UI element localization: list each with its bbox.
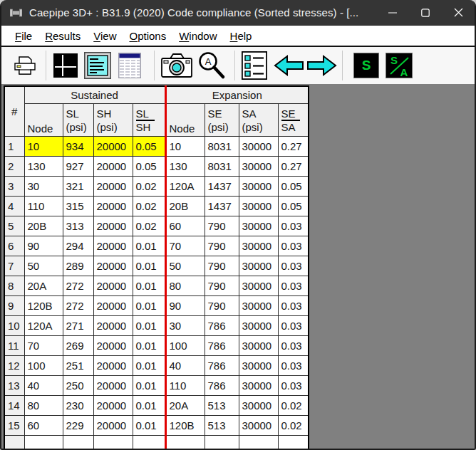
cell[interactable]: 50 (24, 256, 63, 276)
cell[interactable]: 0.05 (278, 196, 309, 216)
cell[interactable]: 30000 (239, 256, 278, 276)
cell[interactable]: 80 (24, 395, 63, 415)
cell[interactable]: 30000 (239, 196, 278, 216)
cell[interactable]: 20000 (93, 256, 133, 276)
snapshot-button[interactable] (160, 52, 193, 79)
cell[interactable]: 120B (24, 295, 63, 315)
cell[interactable]: 30000 (239, 276, 278, 295)
menu-view[interactable]: View (87, 28, 123, 44)
cell[interactable]: 0.02 (278, 415, 309, 435)
cell[interactable]: 30000 (239, 355, 278, 375)
cell[interactable]: 313 (63, 216, 93, 236)
cell[interactable]: 0.27 (278, 136, 309, 156)
cell[interactable]: 20000 (93, 196, 133, 216)
cell[interactable]: 790 (205, 256, 239, 276)
cell[interactable]: 30000 (239, 176, 278, 196)
cell[interactable]: 1437 (205, 176, 239, 196)
cell[interactable]: 0.05 (133, 136, 165, 156)
cell[interactable]: 30000 (239, 395, 278, 415)
cell[interactable]: 80 (165, 276, 205, 295)
cell[interactable]: 229 (63, 415, 93, 435)
cell[interactable]: 120B (165, 415, 205, 435)
cell[interactable]: 0.03 (278, 355, 309, 375)
cell[interactable]: 20000 (93, 156, 133, 176)
show-stress-ratio-button[interactable]: S A (386, 53, 413, 78)
cell[interactable]: 20000 (93, 375, 133, 395)
cell[interactable]: 8031 (205, 136, 239, 156)
cell[interactable]: 10 (24, 136, 63, 156)
cell[interactable]: 40 (24, 375, 63, 395)
cell[interactable]: 100 (24, 355, 63, 375)
cell[interactable]: 289 (63, 256, 93, 276)
cell[interactable]: 30000 (239, 156, 278, 176)
cell[interactable]: 20A (165, 395, 205, 415)
cell[interactable]: 90 (165, 295, 205, 315)
cell[interactable]: 294 (63, 236, 93, 256)
cell[interactable]: 0.03 (278, 295, 309, 315)
cell[interactable]: 0.02 (133, 176, 165, 196)
cell[interactable]: 272 (63, 295, 93, 315)
cell[interactable]: 272 (63, 276, 93, 295)
cell[interactable]: 130 (24, 156, 63, 176)
cell[interactable]: 90 (24, 236, 63, 256)
cell[interactable]: 0.02 (133, 216, 165, 236)
menu-file[interactable]: File (9, 28, 38, 44)
cell[interactable]: 0.01 (133, 375, 165, 395)
cell[interactable]: 30000 (239, 295, 278, 315)
cell[interactable]: 30000 (239, 335, 278, 355)
cell[interactable]: 20000 (93, 295, 133, 315)
cell[interactable]: 130 (165, 156, 205, 176)
cell[interactable]: 70 (24, 335, 63, 355)
maximize-button[interactable] (409, 0, 442, 25)
cell[interactable]: 20000 (93, 335, 133, 355)
minimize-button[interactable] (376, 0, 409, 25)
cell[interactable]: 790 (205, 236, 239, 256)
cell[interactable]: 0.03 (278, 375, 309, 395)
sorted-stresses-button[interactable] (242, 51, 267, 80)
cell[interactable]: 786 (205, 355, 239, 375)
previous-results-button[interactable] (273, 55, 304, 76)
next-results-button[interactable] (306, 55, 338, 76)
cell[interactable]: 0.01 (133, 355, 165, 375)
menu-help[interactable]: Help (224, 28, 259, 44)
cell[interactable]: 20000 (93, 355, 133, 375)
cell[interactable]: 513 (205, 395, 239, 415)
cell[interactable]: 110 (24, 196, 63, 216)
cell[interactable]: 0.01 (133, 395, 165, 415)
cell[interactable]: 0.01 (133, 236, 165, 256)
cell[interactable]: 50 (165, 256, 205, 276)
cell[interactable]: 315 (63, 196, 93, 216)
cell[interactable]: 0.03 (278, 335, 309, 355)
cell[interactable]: 0.03 (278, 216, 309, 236)
cell[interactable]: 790 (205, 276, 239, 295)
zoom-find-button[interactable]: A (196, 51, 226, 80)
cell[interactable]: 10 (165, 136, 205, 156)
cell[interactable]: 20B (24, 216, 63, 236)
cell[interactable]: 20000 (93, 395, 133, 415)
cell[interactable]: 40 (165, 355, 205, 375)
cell[interactable]: 321 (63, 176, 93, 196)
cell[interactable]: 0.02 (133, 196, 165, 216)
cell[interactable]: 30000 (239, 315, 278, 335)
cell[interactable]: 30000 (239, 375, 278, 395)
cell[interactable]: 269 (63, 335, 93, 355)
cell[interactable]: 60 (165, 216, 205, 236)
cell[interactable]: 0.01 (133, 256, 165, 276)
cell[interactable]: 934 (63, 136, 93, 156)
cell[interactable]: 20A (24, 276, 63, 295)
show-stress-button[interactable]: S (353, 53, 379, 78)
cell[interactable]: 0.01 (133, 276, 165, 295)
cell[interactable]: 0.01 (133, 295, 165, 315)
cell[interactable]: 271 (63, 315, 93, 335)
cell[interactable]: 0.01 (133, 315, 165, 335)
cell[interactable]: 30000 (239, 136, 278, 156)
cell[interactable]: 790 (205, 216, 239, 236)
cell[interactable]: 513 (205, 415, 239, 435)
cell[interactable]: 60 (24, 415, 63, 435)
cell[interactable]: 0.01 (133, 335, 165, 355)
cell[interactable]: 20000 (93, 216, 133, 236)
cell[interactable]: 100 (165, 335, 205, 355)
cell[interactable]: 30 (24, 176, 63, 196)
cell[interactable]: 790 (205, 295, 239, 315)
cell[interactable]: 0.02 (278, 395, 309, 415)
